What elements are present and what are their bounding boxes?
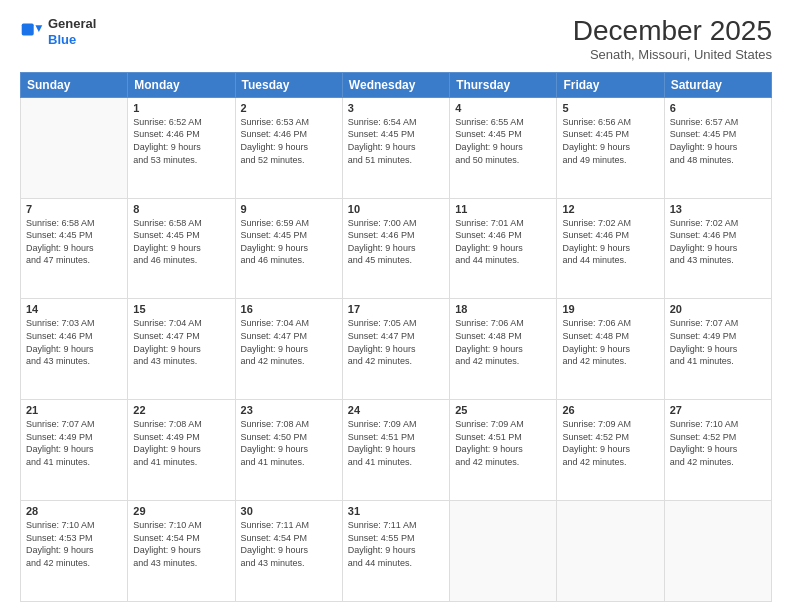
calendar-table: Sunday Monday Tuesday Wednesday Thursday… (20, 72, 772, 602)
day-number: 4 (455, 102, 551, 114)
day-info: Sunrise: 7:03 AMSunset: 4:46 PMDaylight:… (26, 317, 122, 367)
table-row: 20Sunrise: 7:07 AMSunset: 4:49 PMDayligh… (664, 299, 771, 400)
day-info: Sunrise: 6:57 AMSunset: 4:45 PMDaylight:… (670, 116, 766, 166)
table-row: 22Sunrise: 7:08 AMSunset: 4:49 PMDayligh… (128, 400, 235, 501)
col-wednesday: Wednesday (342, 72, 449, 97)
table-row (664, 501, 771, 602)
day-info: Sunrise: 7:07 AMSunset: 4:49 PMDaylight:… (670, 317, 766, 367)
day-info: Sunrise: 7:09 AMSunset: 4:51 PMDaylight:… (455, 418, 551, 468)
day-info: Sunrise: 7:09 AMSunset: 4:52 PMDaylight:… (562, 418, 658, 468)
table-row: 26Sunrise: 7:09 AMSunset: 4:52 PMDayligh… (557, 400, 664, 501)
day-number: 6 (670, 102, 766, 114)
table-row: 12Sunrise: 7:02 AMSunset: 4:46 PMDayligh… (557, 198, 664, 299)
day-info: Sunrise: 6:52 AMSunset: 4:46 PMDaylight:… (133, 116, 229, 166)
calendar-week-row: 14Sunrise: 7:03 AMSunset: 4:46 PMDayligh… (21, 299, 772, 400)
table-row: 1Sunrise: 6:52 AMSunset: 4:46 PMDaylight… (128, 97, 235, 198)
day-number: 27 (670, 404, 766, 416)
day-info: Sunrise: 7:11 AMSunset: 4:54 PMDaylight:… (241, 519, 337, 569)
title-block: December 2025 Senath, Missouri, United S… (573, 16, 772, 62)
day-info: Sunrise: 7:05 AMSunset: 4:47 PMDaylight:… (348, 317, 444, 367)
day-number: 19 (562, 303, 658, 315)
table-row: 16Sunrise: 7:04 AMSunset: 4:47 PMDayligh… (235, 299, 342, 400)
day-number: 10 (348, 203, 444, 215)
day-number: 1 (133, 102, 229, 114)
logo-icon (20, 20, 44, 44)
day-number: 16 (241, 303, 337, 315)
table-row: 28Sunrise: 7:10 AMSunset: 4:53 PMDayligh… (21, 501, 128, 602)
table-row: 31Sunrise: 7:11 AMSunset: 4:55 PMDayligh… (342, 501, 449, 602)
day-number: 28 (26, 505, 122, 517)
day-info: Sunrise: 7:08 AMSunset: 4:49 PMDaylight:… (133, 418, 229, 468)
table-row: 13Sunrise: 7:02 AMSunset: 4:46 PMDayligh… (664, 198, 771, 299)
header: General Blue December 2025 Senath, Misso… (20, 16, 772, 62)
day-number: 3 (348, 102, 444, 114)
table-row: 9Sunrise: 6:59 AMSunset: 4:45 PMDaylight… (235, 198, 342, 299)
day-info: Sunrise: 7:01 AMSunset: 4:46 PMDaylight:… (455, 217, 551, 267)
table-row: 17Sunrise: 7:05 AMSunset: 4:47 PMDayligh… (342, 299, 449, 400)
day-info: Sunrise: 7:06 AMSunset: 4:48 PMDaylight:… (455, 317, 551, 367)
day-info: Sunrise: 7:10 AMSunset: 4:53 PMDaylight:… (26, 519, 122, 569)
day-info: Sunrise: 7:00 AMSunset: 4:46 PMDaylight:… (348, 217, 444, 267)
day-number: 23 (241, 404, 337, 416)
day-info: Sunrise: 7:02 AMSunset: 4:46 PMDaylight:… (562, 217, 658, 267)
table-row: 8Sunrise: 6:58 AMSunset: 4:45 PMDaylight… (128, 198, 235, 299)
table-row: 7Sunrise: 6:58 AMSunset: 4:45 PMDaylight… (21, 198, 128, 299)
day-number: 20 (670, 303, 766, 315)
day-number: 22 (133, 404, 229, 416)
table-row: 27Sunrise: 7:10 AMSunset: 4:52 PMDayligh… (664, 400, 771, 501)
day-info: Sunrise: 7:04 AMSunset: 4:47 PMDaylight:… (133, 317, 229, 367)
table-row: 23Sunrise: 7:08 AMSunset: 4:50 PMDayligh… (235, 400, 342, 501)
day-info: Sunrise: 7:08 AMSunset: 4:50 PMDaylight:… (241, 418, 337, 468)
day-number: 12 (562, 203, 658, 215)
day-info: Sunrise: 7:10 AMSunset: 4:52 PMDaylight:… (670, 418, 766, 468)
day-info: Sunrise: 6:58 AMSunset: 4:45 PMDaylight:… (26, 217, 122, 267)
calendar-subtitle: Senath, Missouri, United States (573, 47, 772, 62)
calendar-week-row: 28Sunrise: 7:10 AMSunset: 4:53 PMDayligh… (21, 501, 772, 602)
table-row: 29Sunrise: 7:10 AMSunset: 4:54 PMDayligh… (128, 501, 235, 602)
day-number: 21 (26, 404, 122, 416)
day-number: 8 (133, 203, 229, 215)
day-number: 25 (455, 404, 551, 416)
day-number: 30 (241, 505, 337, 517)
col-thursday: Thursday (450, 72, 557, 97)
table-row (557, 501, 664, 602)
day-info: Sunrise: 6:56 AMSunset: 4:45 PMDaylight:… (562, 116, 658, 166)
day-info: Sunrise: 6:53 AMSunset: 4:46 PMDaylight:… (241, 116, 337, 166)
table-row: 10Sunrise: 7:00 AMSunset: 4:46 PMDayligh… (342, 198, 449, 299)
day-info: Sunrise: 6:55 AMSunset: 4:45 PMDaylight:… (455, 116, 551, 166)
calendar-title: December 2025 (573, 16, 772, 47)
day-number: 31 (348, 505, 444, 517)
table-row: 30Sunrise: 7:11 AMSunset: 4:54 PMDayligh… (235, 501, 342, 602)
day-number: 7 (26, 203, 122, 215)
logo: General Blue (20, 16, 96, 47)
day-number: 15 (133, 303, 229, 315)
table-row (21, 97, 128, 198)
table-row: 2Sunrise: 6:53 AMSunset: 4:46 PMDaylight… (235, 97, 342, 198)
day-info: Sunrise: 7:02 AMSunset: 4:46 PMDaylight:… (670, 217, 766, 267)
calendar-week-row: 1Sunrise: 6:52 AMSunset: 4:46 PMDaylight… (21, 97, 772, 198)
day-info: Sunrise: 7:11 AMSunset: 4:55 PMDaylight:… (348, 519, 444, 569)
logo-text: General Blue (48, 16, 96, 47)
col-monday: Monday (128, 72, 235, 97)
col-tuesday: Tuesday (235, 72, 342, 97)
calendar-body: 1Sunrise: 6:52 AMSunset: 4:46 PMDaylight… (21, 97, 772, 601)
day-info: Sunrise: 7:07 AMSunset: 4:49 PMDaylight:… (26, 418, 122, 468)
day-number: 14 (26, 303, 122, 315)
day-info: Sunrise: 7:06 AMSunset: 4:48 PMDaylight:… (562, 317, 658, 367)
table-row: 11Sunrise: 7:01 AMSunset: 4:46 PMDayligh… (450, 198, 557, 299)
table-row: 3Sunrise: 6:54 AMSunset: 4:45 PMDaylight… (342, 97, 449, 198)
day-info: Sunrise: 7:04 AMSunset: 4:47 PMDaylight:… (241, 317, 337, 367)
table-row: 24Sunrise: 7:09 AMSunset: 4:51 PMDayligh… (342, 400, 449, 501)
svg-marker-1 (35, 25, 42, 32)
day-info: Sunrise: 7:10 AMSunset: 4:54 PMDaylight:… (133, 519, 229, 569)
day-number: 26 (562, 404, 658, 416)
table-row: 25Sunrise: 7:09 AMSunset: 4:51 PMDayligh… (450, 400, 557, 501)
day-number: 29 (133, 505, 229, 517)
day-number: 9 (241, 203, 337, 215)
page: General Blue December 2025 Senath, Misso… (0, 0, 792, 612)
day-info: Sunrise: 6:59 AMSunset: 4:45 PMDaylight:… (241, 217, 337, 267)
day-info: Sunrise: 6:58 AMSunset: 4:45 PMDaylight:… (133, 217, 229, 267)
calendar-week-row: 7Sunrise: 6:58 AMSunset: 4:45 PMDaylight… (21, 198, 772, 299)
table-row: 19Sunrise: 7:06 AMSunset: 4:48 PMDayligh… (557, 299, 664, 400)
calendar-week-row: 21Sunrise: 7:07 AMSunset: 4:49 PMDayligh… (21, 400, 772, 501)
